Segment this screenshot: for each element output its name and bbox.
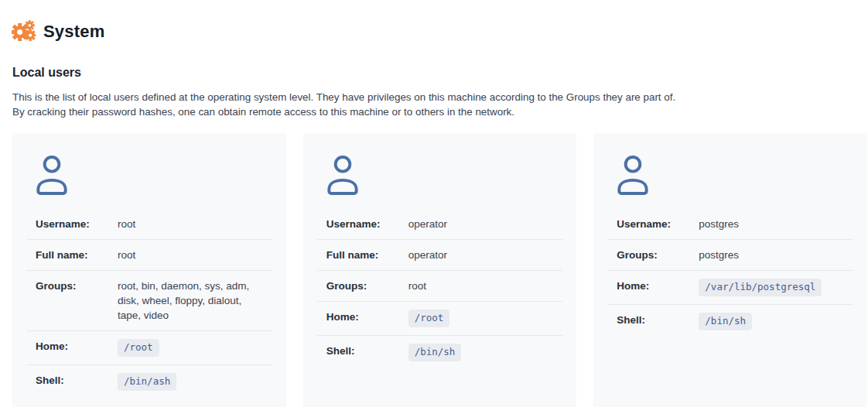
detail-value: /bin/ash [118,373,178,391]
description-line-2: By cracking their password hashes, one c… [12,104,856,119]
detail-label: Username: [326,217,408,231]
detail-label: Groups: [326,279,408,293]
detail-value: postgres [699,248,740,262]
detail-value: operator [408,248,449,262]
row-home: Home: /root [26,330,272,364]
row-username: Username: operator [317,209,563,239]
detail-label: Home: [617,279,699,293]
page-title: System [43,22,104,42]
user-icon [325,155,361,196]
section-title: Local users [12,66,856,80]
description-line-1: This is the list of local users defined … [12,90,856,104]
detail-value: root [118,217,137,231]
code-pill: /var/lib/postgresql [699,279,822,296]
row-full-name: Full name: operator [317,239,563,270]
row-groups: Groups: postgres [607,239,853,270]
row-groups: Groups: root, bin, daemon, sys, adm, dis… [26,270,272,330]
local-users-grid: Username: root Full name: root Groups: r… [12,133,867,407]
row-shell: Shell: /bin/ash [26,364,272,398]
section-description: This is the list of local users defined … [12,90,856,119]
user-detail-list: Username: root Full name: root Groups: r… [26,209,272,398]
gears-icon [12,19,36,43]
user-icon [34,155,70,196]
detail-label: Username: [36,217,118,231]
detail-value: root, bin, daemon, sys, adm, disk, wheel… [118,279,263,323]
detail-value: root [408,279,428,293]
row-username: Username: root [26,209,272,239]
row-home: Home: /root [317,301,563,335]
detail-value: operator [408,217,449,231]
detail-label: Full name: [326,248,408,262]
detail-label: Full name: [36,248,118,262]
row-full-name: Full name: root [26,239,272,270]
detail-value: root [118,248,137,262]
detail-label: Shell: [617,313,699,327]
detail-label: Username: [617,217,699,231]
user-card-operator: Username: operator Full name: operator G… [303,133,577,407]
code-pill: /bin/sh [699,313,752,330]
detail-label: Shell: [36,373,118,388]
row-home: Home: /var/lib/postgresql [607,270,853,304]
user-card-postgres: Username: postgres Groups: postgres Home… [593,133,867,407]
code-pill: /bin/sh [408,344,462,361]
detail-value: postgres [699,217,740,231]
user-detail-list: Username: postgres Groups: postgres Home… [607,209,853,338]
detail-label: Home: [326,310,408,324]
detail-value: /var/lib/postgresql [699,279,823,296]
detail-label: Groups: [617,248,699,262]
user-card-root: Username: root Full name: root Groups: r… [12,133,286,407]
detail-value: /bin/sh [699,313,754,330]
detail-label: Home: [36,339,118,354]
detail-label: Groups: [36,279,118,293]
row-shell: Shell: /bin/sh [607,304,853,338]
detail-value: /root [118,339,161,357]
row-groups: Groups: root [317,270,563,301]
page-header: System [0,0,868,43]
code-pill: /bin/ash [118,373,176,391]
row-shell: Shell: /bin/sh [317,335,563,369]
detail-value: /bin/sh [408,344,463,361]
row-username: Username: postgres [607,209,853,239]
user-icon [615,155,651,196]
detail-label: Shell: [326,344,408,358]
code-pill: /root [118,339,159,357]
detail-value: /root [408,310,452,327]
code-pill: /root [408,310,450,327]
user-detail-list: Username: operator Full name: operator G… [317,209,563,369]
